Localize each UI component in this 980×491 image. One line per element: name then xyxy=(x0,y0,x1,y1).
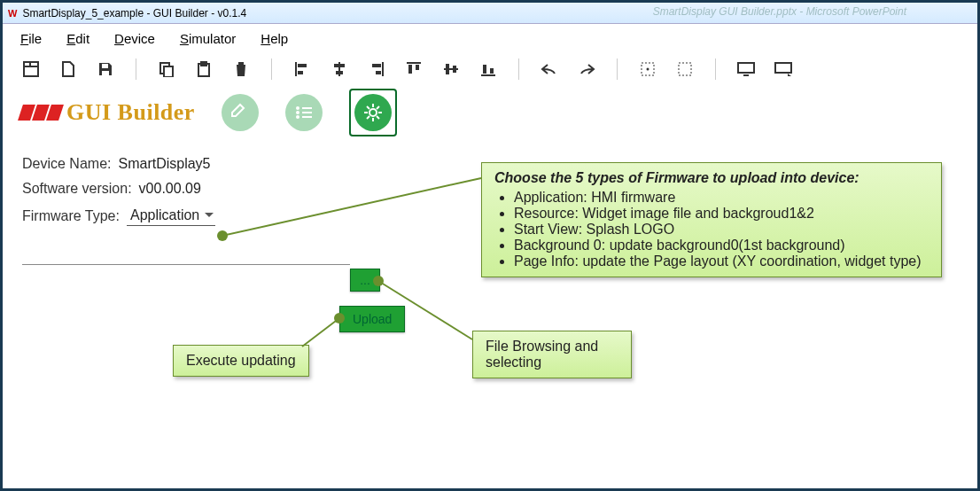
svg-rect-20 xyxy=(408,65,412,74)
menu-help[interactable]: Help xyxy=(261,31,288,46)
mode-list-button[interactable] xyxy=(285,94,323,131)
brand-name: GUI Builder xyxy=(66,99,195,126)
software-version-label: Software version: xyxy=(22,181,132,197)
device-name-label: Device Name: xyxy=(22,156,111,172)
callout-firmware-list: Application: HMI firmware Resource: Widg… xyxy=(494,190,929,269)
toolbar xyxy=(3,53,977,85)
svg-line-46 xyxy=(377,116,379,119)
callout-item: Page Info: update the Page layout (XY co… xyxy=(514,253,929,269)
callout-upload: Execute updating xyxy=(173,345,309,377)
firmware-type-value: Application xyxy=(130,207,199,222)
menu-simulator[interactable]: Simulator xyxy=(180,31,236,46)
svg-point-40 xyxy=(369,109,377,116)
menu-edit[interactable]: Edit xyxy=(66,31,89,46)
svg-rect-15 xyxy=(336,71,343,74)
callout-item: Resource: Widget image file and backgrou… xyxy=(514,206,929,222)
titlebar: W SmartDisplay_5_example - GUI Builder -… xyxy=(3,3,977,24)
gear-icon xyxy=(354,94,392,131)
toolbar-separator xyxy=(136,58,136,80)
svg-point-29 xyxy=(647,68,649,71)
align-bottom-icon[interactable] xyxy=(478,58,499,80)
toolbar-separator xyxy=(617,58,618,80)
software-version-value: v00.00.09 xyxy=(139,181,201,197)
callout-firmware-types: Choose the 5 types of Firmware to upload… xyxy=(481,162,942,277)
mode-row: GUI Builder xyxy=(3,85,977,144)
svg-rect-31 xyxy=(738,63,754,73)
firmware-type-dropdown[interactable]: Application xyxy=(127,206,215,226)
save-icon[interactable] xyxy=(95,58,116,80)
menu-help-label: elp xyxy=(270,31,288,46)
menu-device[interactable]: Device xyxy=(114,31,155,46)
svg-rect-24 xyxy=(453,66,456,73)
callout-browse: File Browsing and selecting xyxy=(472,331,632,378)
callout-browse-text: File Browsing and selecting xyxy=(486,339,598,370)
menu-file-label: ile xyxy=(28,31,42,46)
menu-simulator-label: imulator xyxy=(189,31,236,46)
window-title: SmartDisplay_5_example - GUI Builder - v… xyxy=(22,7,246,19)
selection-icon[interactable] xyxy=(637,58,658,80)
redo-icon[interactable] xyxy=(576,58,597,80)
monitor-icon[interactable] xyxy=(735,58,757,80)
callout-firmware-title: Choose the 5 types of Firmware to upload… xyxy=(494,170,929,186)
upload-button-label: Upload xyxy=(353,312,392,326)
svg-line-48 xyxy=(377,106,379,109)
svg-rect-11 xyxy=(298,64,307,67)
monitor-arrow-icon[interactable] xyxy=(773,58,794,80)
svg-rect-18 xyxy=(376,71,381,74)
svg-line-52 xyxy=(302,318,339,347)
align-center-v-icon[interactable] xyxy=(440,58,462,80)
device-name-value: SmartDisplay5 xyxy=(118,156,210,172)
align-center-h-icon[interactable] xyxy=(329,58,350,80)
selection-dashed-icon[interactable] xyxy=(674,58,696,80)
file-icon[interactable] xyxy=(58,58,79,80)
delete-icon[interactable] xyxy=(230,58,252,80)
svg-rect-12 xyxy=(298,71,303,74)
callout-item: Start View: Splash LOGO xyxy=(514,222,929,238)
svg-rect-17 xyxy=(372,64,381,67)
align-right-icon[interactable] xyxy=(366,58,387,80)
svg-rect-14 xyxy=(334,64,345,67)
undo-icon[interactable] xyxy=(539,58,560,80)
toolbar-separator xyxy=(518,58,519,80)
callout-item: Background 0: update background0(1st bac… xyxy=(514,238,929,253)
svg-rect-4 xyxy=(102,71,109,75)
menu-device-label: evice xyxy=(124,31,155,46)
copy-icon[interactable] xyxy=(156,58,177,80)
app-icon: W xyxy=(8,8,17,19)
svg-rect-27 xyxy=(490,68,494,74)
callout-upload-text: Execute updating xyxy=(186,353,296,368)
firmware-type-label: Firmware Type: xyxy=(22,208,120,224)
menu-edit-label: dit xyxy=(75,31,89,46)
svg-line-45 xyxy=(367,106,369,109)
upload-button[interactable]: Upload xyxy=(339,306,405,332)
mode-firmware-button-selected[interactable] xyxy=(349,89,397,136)
toolbar-separator xyxy=(715,58,716,80)
svg-point-34 xyxy=(296,106,299,110)
mode-design-button[interactable] xyxy=(222,94,259,131)
menu-file[interactable]: File xyxy=(20,31,42,46)
svg-point-36 xyxy=(296,111,299,114)
svg-rect-3 xyxy=(102,64,108,68)
paste-icon[interactable] xyxy=(193,58,214,80)
svg-rect-6 xyxy=(164,66,173,77)
background-window-title: SmartDisplay GUI Builder.pptx - Microsof… xyxy=(653,5,906,18)
new-project-icon[interactable] xyxy=(20,58,42,80)
svg-rect-33 xyxy=(775,63,791,73)
svg-line-47 xyxy=(367,116,369,119)
svg-rect-23 xyxy=(446,64,449,74)
firmware-path-input[interactable] xyxy=(22,251,350,265)
browse-button[interactable]: ... xyxy=(350,269,380,292)
svg-rect-21 xyxy=(416,65,419,70)
menubar: File Edit Device Simulator Help xyxy=(3,24,977,53)
svg-rect-26 xyxy=(483,65,486,74)
brand-logo-icon xyxy=(20,105,61,121)
callout-item: Application: HMI firmware xyxy=(514,190,929,206)
brand-logo: GUI Builder xyxy=(20,99,195,126)
svg-point-38 xyxy=(296,115,299,119)
toolbar-separator xyxy=(271,58,272,80)
align-left-icon[interactable] xyxy=(292,58,313,80)
svg-rect-30 xyxy=(679,63,691,75)
align-top-icon[interactable] xyxy=(403,58,424,80)
browse-button-label: ... xyxy=(360,273,370,287)
svg-rect-9 xyxy=(238,62,244,65)
